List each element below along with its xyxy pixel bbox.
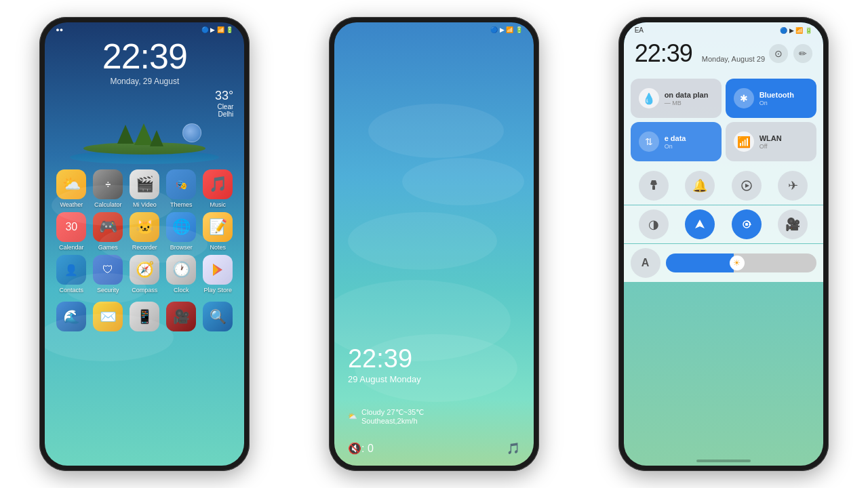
lock-sound-indicator: 🔇: 0	[348, 442, 374, 455]
quick-actions-2: ◑ 🎥	[624, 205, 823, 243]
wlan-subtitle: Off	[760, 143, 808, 150]
bg-ellipse-2	[99, 226, 208, 263]
data-plan-info: on data plan — MB	[665, 91, 713, 106]
notes-label: Notes	[210, 244, 226, 251]
lock-time-section: 22:39 29 August Monday	[348, 346, 421, 384]
globe-icon	[182, 123, 201, 142]
music-label: Music	[210, 201, 226, 208]
bluetooth-subtitle: On	[760, 100, 808, 106]
toggle-grid: 💧 on data plan — MB ✱ Bluetooth On ⇅ e d…	[624, 73, 823, 167]
app-playstore[interactable]: Play Store	[199, 255, 236, 293]
data-plan-icon: 💧	[639, 88, 659, 108]
lock-elp-1	[368, 104, 504, 158]
cc-status-left: EA	[635, 26, 644, 34]
lock-date: 29 August Monday	[348, 374, 421, 384]
status-bar-3: EA 🔵 ▶ 📶 🔋	[624, 22, 823, 35]
weather-temp: 33°	[215, 89, 233, 103]
control-time: 22:39	[635, 39, 692, 68]
control-time-row: 22:39 Monday, August 29 ⊙ ✏	[635, 39, 812, 68]
lock-weather-wind: Southeast,2km/h	[361, 417, 424, 425]
svg-marker-7	[695, 220, 705, 228]
bg-ellipse-1	[52, 185, 174, 226]
edit-icon[interactable]: ✏	[793, 44, 812, 63]
weather-city: Delhi	[215, 110, 233, 118]
themes-icon: 🎭	[166, 169, 196, 199]
brightness-row: A ☀	[624, 244, 823, 282]
data-plan-title: on data plan	[665, 91, 713, 99]
app-music[interactable]: 🎵 Music	[199, 169, 236, 208]
bluetooth-icon: ✱	[734, 88, 754, 108]
weather-cloud-icon: ⛅	[348, 412, 357, 421]
lock-time: 22:39	[348, 346, 421, 371]
lock-weather-condition: Cloudy 27℃~35℃	[361, 408, 424, 417]
wlan-icon: 📶	[734, 131, 754, 152]
calendar-label: Calendar	[59, 244, 84, 251]
svg-marker-6	[745, 184, 749, 188]
clock-label: Clock	[174, 287, 189, 293]
home-time: 22:39	[45, 36, 244, 77]
island-tree-1	[117, 125, 134, 144]
quick-actions-1: 🔔 ✈	[624, 167, 823, 205]
lock-music-icon: 🎵	[507, 442, 520, 455]
flashlight-btn[interactable]	[639, 171, 669, 201]
phone-1-frame: ●● 🔵 ▶ 📶 🔋 22:39 Monday, 29 August 33° C…	[39, 17, 250, 471]
svg-rect-10	[745, 223, 748, 226]
wlan-info: WLAN Off	[760, 134, 808, 150]
phone-3-frame: EA 🔵 ▶ 📶 🔋 22:39 Monday, August 29 ⊙ ✏ 💧	[618, 17, 829, 471]
status-right: 🔵 ▶ 📶 🔋	[201, 26, 234, 33]
phone-3-screen: EA 🔵 ▶ 📶 🔋 22:39 Monday, August 29 ⊙ ✏ 💧	[624, 22, 823, 466]
home-date: Monday, 29 August	[45, 77, 244, 86]
island-scene	[70, 123, 219, 164]
bg-ellipse-4	[45, 314, 174, 361]
mobile-data-tile[interactable]: ⇅ e data On	[631, 122, 722, 161]
dark-mode-btn[interactable]: ◑	[639, 209, 669, 239]
data-plan-tile[interactable]: 💧 on data plan — MB	[631, 79, 722, 118]
bluetooth-tile[interactable]: ✱ Bluetooth On	[726, 79, 816, 118]
airplane-btn[interactable]: ✈	[778, 171, 808, 201]
lock-elp-2	[402, 158, 524, 205]
mobile-data-icon: ⇅	[639, 131, 659, 152]
bg-ellipse-3	[65, 273, 146, 304]
location-btn[interactable]	[685, 209, 715, 239]
playstore-icon	[203, 255, 233, 285]
notification-btn[interactable]: 🔔	[685, 171, 715, 201]
screen-record-btn[interactable]	[732, 171, 762, 201]
lock-elp-3	[348, 212, 497, 270]
music-icon: 🎵	[203, 169, 233, 199]
svg-marker-3	[650, 180, 657, 186]
mobile-data-title: e data	[665, 134, 713, 142]
control-header: 22:39 Monday, August 29 ⊙ ✏	[624, 35, 823, 73]
wlan-title: WLAN	[760, 134, 808, 142]
island-tree-3	[150, 130, 163, 146]
control-date: Monday, August 29	[702, 55, 765, 63]
status-left: ●●	[56, 26, 63, 33]
brightness-slider[interactable]: ☀	[666, 253, 816, 272]
auto-brightness-btn[interactable]: A	[631, 248, 660, 278]
lock-rotate-btn[interactable]	[732, 209, 762, 239]
notes-icon: 📝	[203, 212, 233, 242]
svg-rect-4	[652, 186, 655, 190]
cc-status-right: 🔵 ▶ 📶 🔋	[780, 27, 812, 34]
mobile-data-info: e data On	[665, 134, 713, 150]
camera-btn[interactable]: 🎥	[778, 209, 808, 239]
lock-ellipses	[334, 22, 534, 466]
dock-item-4[interactable]: 🎥	[163, 302, 199, 331]
data-plan-subtitle: — MB	[665, 100, 713, 106]
phone-2-screen: ● 🔵 ▶ 📶 🔋 22:39 29 August Monday ⛅ Cloud…	[334, 22, 534, 466]
phone-2-frame: ● 🔵 ▶ 📶 🔋 22:39 29 August Monday ⛅ Cloud…	[329, 17, 539, 471]
bluetooth-info: Bluetooth On	[760, 91, 808, 106]
control-right-icons: ⊙ ✏	[769, 44, 812, 63]
wlan-tile[interactable]: 📶 WLAN Off	[726, 122, 816, 161]
dock-item-5[interactable]: 🔍	[199, 302, 236, 331]
lock-bottom: 🔇: 0 🎵	[334, 442, 534, 455]
mobile-data-subtitle: On	[665, 143, 713, 150]
phone-1-screen: ●● 🔵 ▶ 📶 🔋 22:39 Monday, 29 August 33° C…	[45, 22, 244, 466]
weather-widget: 33° Clear Delhi	[45, 89, 244, 118]
dock-icon-4: 🎥	[166, 302, 196, 331]
bluetooth-title: Bluetooth	[760, 91, 808, 99]
status-bar-1: ●● 🔵 ▶ 📶 🔋	[45, 22, 244, 35]
location-icon[interactable]: ⊙	[769, 44, 788, 63]
weather-condition: Clear	[215, 103, 233, 110]
playstore-label: Play Store	[204, 287, 233, 293]
home-indicator	[696, 460, 751, 462]
